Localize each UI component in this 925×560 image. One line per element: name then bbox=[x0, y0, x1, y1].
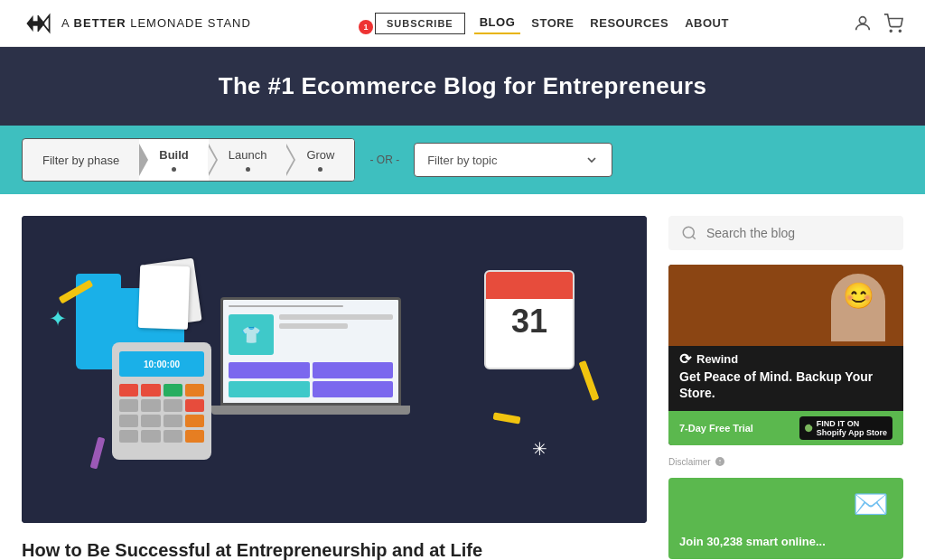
svg-point-4 bbox=[859, 16, 865, 23]
filter-bar: Filter by phase Build Launch Grow - OR -… bbox=[0, 126, 925, 194]
art-papers bbox=[139, 261, 202, 333]
shopify-badge: FIND IT ONShopify App Store bbox=[799, 416, 892, 440]
email-icon: ✉️ bbox=[853, 487, 889, 521]
article-title[interactable]: How to Be Successful at Entrepreneurship… bbox=[22, 537, 647, 560]
svg-point-7 bbox=[683, 227, 694, 238]
svg-point-5 bbox=[890, 30, 892, 32]
topic-placeholder: Filter by topic bbox=[427, 154, 497, 167]
site-logo[interactable]: A BETTER LEMONADE STAND bbox=[22, 11, 251, 36]
right-sidebar: ⟳ Rewind Get Peace of Mind. Backup Your … bbox=[668, 216, 903, 560]
ad-block-rewind[interactable]: ⟳ Rewind Get Peace of Mind. Backup Your … bbox=[668, 265, 903, 445]
chevron-down-icon bbox=[584, 153, 599, 167]
ad-block-newsletter[interactable]: ✉️ Join 30,238 smart online... bbox=[668, 478, 903, 559]
user-icon[interactable] bbox=[853, 14, 873, 33]
filter-build-button[interactable]: Build bbox=[139, 139, 209, 181]
topic-dropdown[interactable]: Filter by topic bbox=[414, 143, 612, 177]
nav-link-blog[interactable]: BLOG bbox=[474, 12, 521, 34]
ad2-text: Join 30,238 smart online... bbox=[679, 535, 826, 550]
grow-dot bbox=[318, 167, 322, 172]
subscribe-button[interactable]: SUBSCRIBE bbox=[375, 13, 465, 34]
ad-person-photo bbox=[831, 274, 885, 341]
svg-rect-2 bbox=[33, 21, 39, 25]
or-divider: - OR - bbox=[355, 154, 414, 166]
search-input[interactable] bbox=[706, 226, 891, 240]
art-laptop: 👕 bbox=[220, 297, 401, 433]
art-calc: 10:00:00 bbox=[112, 342, 211, 460]
main-content: ✦ ✳ 10:00:00 bbox=[0, 194, 925, 560]
hero-title: The #1 Ecommerce Blog for Entrepreneurs bbox=[18, 72, 907, 100]
search-icon bbox=[681, 225, 697, 241]
ad-headline: Get Peace of Mind. Backup Your Store. bbox=[679, 369, 892, 401]
nav-icons bbox=[853, 14, 903, 33]
filter-grow-button[interactable]: Grow bbox=[286, 139, 354, 181]
filter-launch-button[interactable]: Launch bbox=[209, 139, 287, 181]
svg-marker-3 bbox=[42, 15, 49, 32]
hero-banner: The #1 Ecommerce Blog for Entrepreneurs bbox=[0, 47, 925, 126]
ad-footer: 7-Day Free Trial FIND IT ONShopify App S… bbox=[668, 411, 903, 445]
nav-link-store[interactable]: STORE bbox=[526, 13, 579, 33]
notification-count: 1 bbox=[359, 20, 373, 34]
cart-icon[interactable] bbox=[883, 14, 903, 33]
svg-line-8 bbox=[692, 236, 695, 238]
left-column: ✦ ✳ 10:00:00 bbox=[22, 216, 647, 560]
search-box bbox=[668, 216, 903, 250]
info-icon bbox=[715, 456, 725, 467]
site-name: A BETTER LEMONADE STAND bbox=[61, 16, 251, 30]
ad-bg-photo bbox=[668, 265, 903, 346]
art-calendar: 31 bbox=[484, 270, 575, 369]
launch-dot bbox=[246, 167, 250, 172]
article-image[interactable]: ✦ ✳ 10:00:00 bbox=[22, 216, 647, 523]
ad-cta-text: 7-Day Free Trial bbox=[679, 423, 753, 434]
build-dot bbox=[172, 167, 176, 172]
nav-link-resources[interactable]: RESOURCES bbox=[584, 13, 674, 33]
navbar: A BETTER LEMONADE STAND 1 SUBSCRIBE BLOG… bbox=[0, 0, 925, 47]
nav-links: 1 SUBSCRIBE BLOG STORE RESOURCES ABOUT bbox=[369, 12, 734, 34]
phase-filters: Filter by phase Build Launch Grow bbox=[22, 138, 355, 182]
ad-rewind-logo: ⟳ Rewind bbox=[679, 350, 738, 368]
svg-point-6 bbox=[899, 30, 901, 32]
svg-marker-0 bbox=[26, 15, 33, 32]
filter-phase-button[interactable]: Filter by phase bbox=[23, 145, 139, 176]
nav-link-about[interactable]: ABOUT bbox=[679, 13, 734, 33]
svg-point-11 bbox=[719, 463, 720, 464]
rewind-icon: ⟳ bbox=[679, 350, 691, 368]
disclaimer: Disclaimer bbox=[668, 456, 903, 467]
